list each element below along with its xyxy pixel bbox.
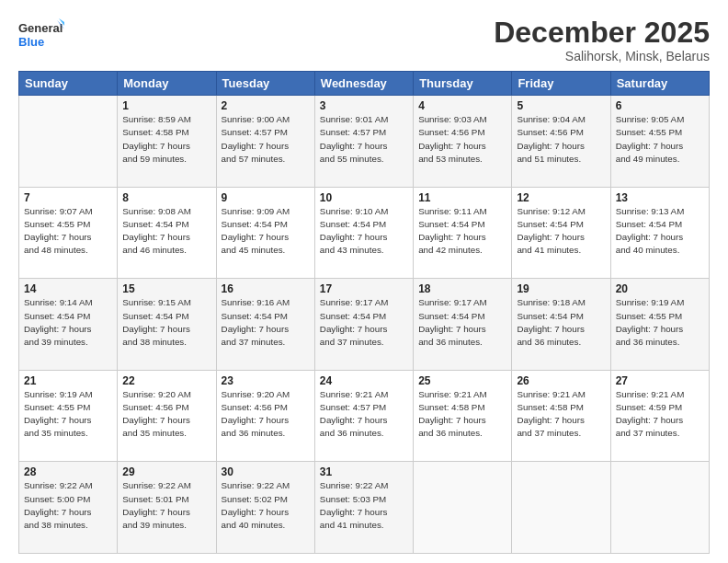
calendar-cell: 18Sunrise: 9:17 AMSunset: 4:54 PMDayligh…	[414, 279, 512, 371]
calendar-cell: 22Sunrise: 9:20 AMSunset: 4:56 PMDayligh…	[118, 370, 216, 462]
day-number: 11	[418, 191, 506, 204]
day-info: Sunrise: 9:00 AMSunset: 4:57 PMDaylight:…	[222, 113, 310, 166]
calendar-week-4: 21Sunrise: 9:19 AMSunset: 4:55 PMDayligh…	[19, 370, 710, 462]
weekday-header-saturday: Saturday	[610, 72, 709, 96]
main-title: December 2025	[494, 17, 710, 49]
day-info: Sunrise: 9:04 AMSunset: 4:56 PMDaylight:…	[517, 113, 605, 166]
day-info: Sunrise: 9:05 AMSunset: 4:55 PMDaylight:…	[616, 113, 704, 166]
calendar-cell: 26Sunrise: 9:21 AMSunset: 4:58 PMDayligh…	[512, 370, 610, 462]
day-info: Sunrise: 9:18 AMSunset: 4:54 PMDaylight:…	[517, 296, 605, 349]
day-number: 29	[122, 465, 210, 478]
day-info: Sunrise: 9:22 AMSunset: 5:02 PMDaylight:…	[222, 479, 310, 532]
subtitle: Salihorsk, Minsk, Belarus	[494, 49, 710, 63]
day-number: 31	[320, 465, 408, 478]
calendar-cell: 5Sunrise: 9:04 AMSunset: 4:56 PMDaylight…	[512, 96, 610, 188]
day-info: Sunrise: 9:12 AMSunset: 4:54 PMDaylight:…	[517, 205, 605, 258]
day-number: 22	[122, 374, 210, 387]
day-number: 10	[320, 191, 408, 204]
weekday-header-row: SundayMondayTuesdayWednesdayThursdayFrid…	[19, 72, 710, 96]
logo: General Blue	[18, 17, 64, 53]
day-number: 7	[24, 191, 112, 204]
day-number: 6	[616, 99, 704, 112]
calendar-cell	[610, 462, 709, 554]
svg-text:General: General	[18, 21, 63, 35]
day-info: Sunrise: 9:20 AMSunset: 4:56 PMDaylight:…	[122, 388, 210, 441]
day-info: Sunrise: 9:17 AMSunset: 4:54 PMDaylight:…	[320, 296, 408, 349]
calendar-table: SundayMondayTuesdayWednesdayThursdayFrid…	[18, 71, 710, 554]
calendar-cell: 31Sunrise: 9:22 AMSunset: 5:03 PMDayligh…	[314, 462, 413, 554]
day-info: Sunrise: 9:09 AMSunset: 4:54 PMDaylight:…	[222, 205, 310, 258]
day-number: 5	[517, 99, 605, 112]
day-number: 30	[222, 465, 310, 478]
weekday-header-friday: Friday	[512, 72, 610, 96]
day-info: Sunrise: 9:22 AMSunset: 5:00 PMDaylight:…	[24, 479, 112, 532]
calendar-cell: 27Sunrise: 9:21 AMSunset: 4:59 PMDayligh…	[610, 370, 709, 462]
day-number: 14	[24, 282, 112, 295]
day-number: 8	[122, 191, 210, 204]
calendar-cell: 23Sunrise: 9:20 AMSunset: 4:56 PMDayligh…	[216, 370, 314, 462]
calendar-cell: 6Sunrise: 9:05 AMSunset: 4:55 PMDaylight…	[610, 96, 709, 188]
day-number: 19	[517, 282, 605, 295]
day-info: Sunrise: 9:21 AMSunset: 4:59 PMDaylight:…	[616, 388, 704, 441]
calendar-week-5: 28Sunrise: 9:22 AMSunset: 5:00 PMDayligh…	[19, 462, 710, 554]
calendar-cell: 3Sunrise: 9:01 AMSunset: 4:57 PMDaylight…	[314, 96, 413, 188]
day-info: Sunrise: 9:22 AMSunset: 5:03 PMDaylight:…	[320, 479, 408, 532]
calendar-cell: 16Sunrise: 9:16 AMSunset: 4:54 PMDayligh…	[216, 279, 314, 371]
calendar-cell	[19, 96, 118, 188]
calendar-cell: 12Sunrise: 9:12 AMSunset: 4:54 PMDayligh…	[512, 187, 610, 279]
calendar-cell: 2Sunrise: 9:00 AMSunset: 4:57 PMDaylight…	[216, 96, 314, 188]
calendar-cell: 17Sunrise: 9:17 AMSunset: 4:54 PMDayligh…	[314, 279, 413, 371]
day-info: Sunrise: 9:21 AMSunset: 4:58 PMDaylight:…	[418, 388, 506, 441]
calendar-cell: 13Sunrise: 9:13 AMSunset: 4:54 PMDayligh…	[610, 187, 709, 279]
calendar-week-2: 7Sunrise: 9:07 AMSunset: 4:55 PMDaylight…	[19, 187, 710, 279]
calendar-cell	[414, 462, 512, 554]
day-number: 20	[616, 282, 704, 295]
calendar-cell: 28Sunrise: 9:22 AMSunset: 5:00 PMDayligh…	[19, 462, 118, 554]
day-info: Sunrise: 9:22 AMSunset: 5:01 PMDaylight:…	[122, 479, 210, 532]
day-info: Sunrise: 9:19 AMSunset: 4:55 PMDaylight:…	[24, 388, 112, 441]
calendar-body: 1Sunrise: 8:59 AMSunset: 4:58 PMDaylight…	[19, 96, 710, 554]
day-info: Sunrise: 9:10 AMSunset: 4:54 PMDaylight:…	[320, 205, 408, 258]
calendar-cell: 24Sunrise: 9:21 AMSunset: 4:57 PMDayligh…	[314, 370, 413, 462]
calendar-cell: 1Sunrise: 8:59 AMSunset: 4:58 PMDaylight…	[118, 96, 216, 188]
day-number: 26	[517, 374, 605, 387]
day-info: Sunrise: 9:07 AMSunset: 4:55 PMDaylight:…	[24, 205, 112, 258]
logo-svg: General Blue	[18, 17, 64, 53]
day-info: Sunrise: 9:19 AMSunset: 4:55 PMDaylight:…	[616, 296, 704, 349]
weekday-header-tuesday: Tuesday	[216, 72, 314, 96]
day-info: Sunrise: 9:21 AMSunset: 4:58 PMDaylight:…	[517, 388, 605, 441]
day-number: 3	[320, 99, 408, 112]
calendar-cell: 20Sunrise: 9:19 AMSunset: 4:55 PMDayligh…	[610, 279, 709, 371]
day-number: 21	[24, 374, 112, 387]
weekday-header-thursday: Thursday	[414, 72, 512, 96]
day-number: 13	[616, 191, 704, 204]
day-info: Sunrise: 9:03 AMSunset: 4:56 PMDaylight:…	[418, 113, 506, 166]
title-block: December 2025 Salihorsk, Minsk, Belarus	[494, 17, 710, 63]
day-info: Sunrise: 9:14 AMSunset: 4:54 PMDaylight:…	[24, 296, 112, 349]
day-info: Sunrise: 9:21 AMSunset: 4:57 PMDaylight:…	[320, 388, 408, 441]
calendar-cell: 25Sunrise: 9:21 AMSunset: 4:58 PMDayligh…	[414, 370, 512, 462]
calendar-cell: 10Sunrise: 9:10 AMSunset: 4:54 PMDayligh…	[314, 187, 413, 279]
day-number: 27	[616, 374, 704, 387]
calendar-cell: 11Sunrise: 9:11 AMSunset: 4:54 PMDayligh…	[414, 187, 512, 279]
calendar-cell	[512, 462, 610, 554]
day-info: Sunrise: 9:13 AMSunset: 4:54 PMDaylight:…	[616, 205, 704, 258]
calendar-header: SundayMondayTuesdayWednesdayThursdayFrid…	[19, 72, 710, 96]
day-info: Sunrise: 9:16 AMSunset: 4:54 PMDaylight:…	[222, 296, 310, 349]
day-info: Sunrise: 9:08 AMSunset: 4:54 PMDaylight:…	[122, 205, 210, 258]
calendar-cell: 7Sunrise: 9:07 AMSunset: 4:55 PMDaylight…	[19, 187, 118, 279]
header: General Blue December 2025 Salihorsk, Mi…	[18, 17, 710, 63]
weekday-header-monday: Monday	[118, 72, 216, 96]
calendar-week-3: 14Sunrise: 9:14 AMSunset: 4:54 PMDayligh…	[19, 279, 710, 371]
day-number: 24	[320, 374, 408, 387]
day-number: 15	[122, 282, 210, 295]
day-number: 16	[222, 282, 310, 295]
day-number: 23	[222, 374, 310, 387]
day-number: 18	[418, 282, 506, 295]
weekday-header-wednesday: Wednesday	[314, 72, 413, 96]
day-number: 1	[122, 99, 210, 112]
day-info: Sunrise: 9:01 AMSunset: 4:57 PMDaylight:…	[320, 113, 408, 166]
calendar-cell: 21Sunrise: 9:19 AMSunset: 4:55 PMDayligh…	[19, 370, 118, 462]
calendar-cell: 8Sunrise: 9:08 AMSunset: 4:54 PMDaylight…	[118, 187, 216, 279]
page: General Blue December 2025 Salihorsk, Mi…	[0, 0, 728, 563]
